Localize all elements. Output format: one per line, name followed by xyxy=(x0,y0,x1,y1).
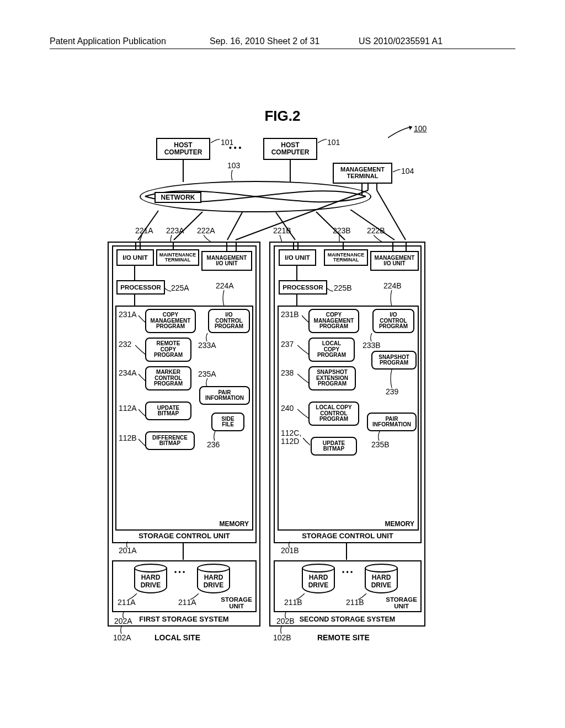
remote-site-label: REMOTE SITE xyxy=(317,633,370,642)
hd-b-dots: • • • xyxy=(342,568,353,576)
leader-host2 xyxy=(318,139,328,144)
ref-maint-b: 223B xyxy=(333,226,351,235)
line-io-proc-b xyxy=(296,266,297,280)
tick9 xyxy=(392,242,393,251)
ref-pair-b: 235B xyxy=(371,440,390,449)
ref-upd-a: 112A xyxy=(119,404,137,413)
leader-remote xyxy=(135,344,146,355)
hard-drive-b1-top xyxy=(302,564,335,572)
ref-mgmtio-a: 222A xyxy=(197,226,215,235)
ref-proc-b: 225B xyxy=(334,283,352,292)
tick5 xyxy=(236,242,237,251)
leader-ioctl-b xyxy=(369,333,375,342)
ref-mgmtio-b: 222B xyxy=(367,226,385,235)
ref-snap: 239 xyxy=(386,387,398,396)
side-file: SIDE FILE xyxy=(211,413,244,431)
header-divider xyxy=(50,49,515,49)
line-host1-net xyxy=(183,160,184,182)
leader-mem-b xyxy=(389,290,395,307)
tick10 xyxy=(406,242,407,251)
hard-drive-a1-top xyxy=(134,564,167,572)
tick8 xyxy=(343,242,344,249)
line-proc-mem-b xyxy=(296,295,297,307)
ref-local: 237 xyxy=(281,340,294,349)
line-host2-net xyxy=(290,160,291,182)
ref-copy-b: 231B xyxy=(281,310,299,319)
tick3 xyxy=(173,242,174,249)
leader-mgmt xyxy=(393,169,401,174)
leader-local xyxy=(297,344,310,355)
leader-scu-a xyxy=(125,542,130,548)
line-scu-b-su xyxy=(346,543,347,560)
hd-a-dots: • • • xyxy=(174,568,185,576)
snapshot-ext-prog: SNAPSHOT EXTENSION PROGRAM xyxy=(308,366,356,390)
leader-network xyxy=(230,170,234,181)
maint-term-b: MAINTENANCE TERMINAL xyxy=(324,249,368,266)
tick4 xyxy=(226,242,227,251)
copy-mgmt-prog-a: COPY MANAGEMENT PROGRAM xyxy=(145,309,196,333)
difference-bitmap: DIFFERENCE BITMAP xyxy=(145,431,195,450)
leader-sys-b xyxy=(280,625,284,634)
remote-copy-prog: REMOTE COPY PROGRAM xyxy=(145,338,191,362)
ref-ioctl-b: 233B xyxy=(363,341,381,350)
pair-info-b: PAIR INFORMATION xyxy=(367,413,417,431)
leader-su-a xyxy=(122,611,126,619)
ref-maint-a: 223A xyxy=(166,226,184,235)
ref-io-a: 221A xyxy=(135,226,153,235)
update-bitmap-b: UPDATE BITMAP xyxy=(311,437,357,456)
diagram: 100 HOST COMPUTER HOST COMPUTER • • • 10… xyxy=(108,127,430,645)
tick6 xyxy=(293,242,294,249)
io-unit-a: I/O UNIT xyxy=(116,249,154,266)
leader-proc-a xyxy=(165,287,172,292)
leader-mem-a xyxy=(221,290,227,307)
mgmt-io-a: MANAGEMENT I/O UNIT xyxy=(201,251,252,271)
leader-ioctl-a xyxy=(205,333,210,342)
ref-marker: 234A xyxy=(119,368,137,377)
ref-proc-a: 225A xyxy=(171,283,189,292)
ref-mem-a: 224A xyxy=(216,281,234,290)
ref-side: 236 xyxy=(207,440,220,449)
ref-host2: 101 xyxy=(327,138,340,147)
host-computer-1: HOST COMPUTER xyxy=(156,138,210,160)
leader-hd-a2 xyxy=(190,593,199,600)
ref-diff: 112B xyxy=(119,433,137,442)
marker-ctrl-prog: MARKER CONTROL PROGRAM xyxy=(145,366,191,390)
ref-sys-b: 102B xyxy=(273,633,291,642)
update-bitmap-a: UPDATE BITMAP xyxy=(145,402,191,420)
leader-upd-b xyxy=(303,437,311,446)
ref-mem-b: 224B xyxy=(383,281,402,290)
snapshot-prog: SNAPSHOT PROGRAM xyxy=(371,351,417,370)
tick1 xyxy=(135,242,136,249)
ref-system: 100 xyxy=(414,124,427,133)
tick7 xyxy=(297,242,299,249)
ref-pair-a: 235A xyxy=(198,370,216,378)
ref-copy-a: 231A xyxy=(119,310,137,319)
leader-proc-b xyxy=(327,287,334,292)
leader-side xyxy=(212,431,218,441)
tick2 xyxy=(140,242,141,249)
leader-su-b xyxy=(284,611,289,619)
ref-remote: 232 xyxy=(119,340,131,349)
ref-host1: 101 xyxy=(221,138,233,147)
ref-io-b: 221B xyxy=(273,226,291,235)
processor-a: PROCESSOR xyxy=(116,280,165,295)
local-site-label: LOCAL SITE xyxy=(154,633,200,642)
maint-term-a: MAINTENANCE TERMINAL xyxy=(156,249,199,266)
processor-b: PROCESSOR xyxy=(279,280,327,295)
header-right: US 2010/0235591 A1 xyxy=(359,36,443,46)
header-mid: Sep. 16, 2010 Sheet 2 of 31 xyxy=(210,36,319,46)
host-computer-2: HOST COMPUTER xyxy=(263,138,317,160)
hard-drive-b2-top xyxy=(365,564,398,572)
ref-mgmt-term: 104 xyxy=(401,167,414,175)
leader-snapext xyxy=(297,373,310,384)
figure-title: FIG.2 xyxy=(0,108,565,125)
leader-hd-b2 xyxy=(358,593,367,600)
ref-upd-b: 112C, 112D xyxy=(281,429,301,446)
hard-drive-a2-top xyxy=(197,564,230,572)
io-ctrl-prog-a: I/O CONTROL PROGRAM xyxy=(208,309,250,333)
local-copy-ctrl-prog: LOCAL COPY CONTROL PROGRAM xyxy=(308,402,359,426)
copy-mgmt-prog-b: COPY MANAGEMENT PROGRAM xyxy=(308,309,359,333)
leader-sys-a xyxy=(120,625,124,634)
ref-snapext: 238 xyxy=(281,368,294,377)
ref-ioctl-a: 233A xyxy=(198,341,216,350)
